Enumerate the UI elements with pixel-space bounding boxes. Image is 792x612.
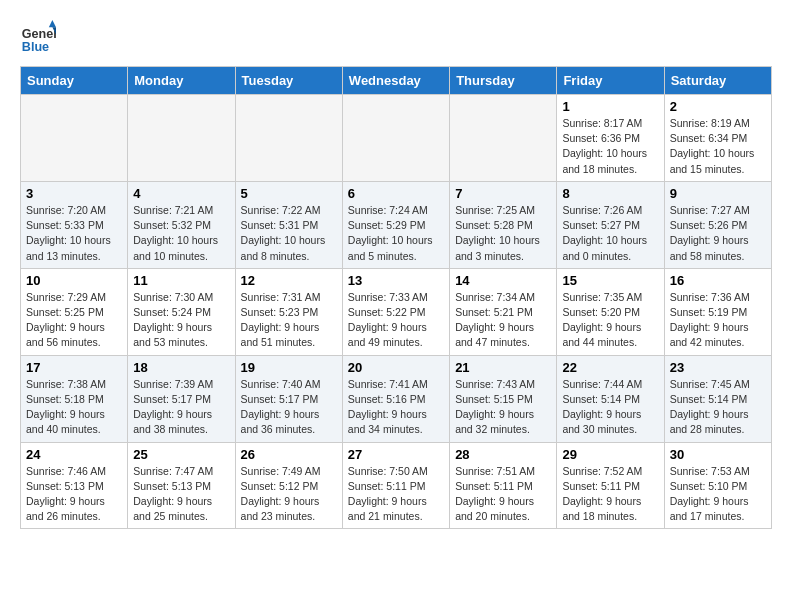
calendar-cell: 15Sunrise: 7:35 AM Sunset: 5:20 PM Dayli… [557,268,664,355]
day-info: Sunrise: 7:49 AM Sunset: 5:12 PM Dayligh… [241,464,337,525]
header-thursday: Thursday [450,67,557,95]
day-number: 12 [241,273,337,288]
calendar-cell: 16Sunrise: 7:36 AM Sunset: 5:19 PM Dayli… [664,268,771,355]
day-number: 9 [670,186,766,201]
calendar-cell: 11Sunrise: 7:30 AM Sunset: 5:24 PM Dayli… [128,268,235,355]
day-info: Sunrise: 7:29 AM Sunset: 5:25 PM Dayligh… [26,290,122,351]
day-number: 6 [348,186,444,201]
day-info: Sunrise: 7:53 AM Sunset: 5:10 PM Dayligh… [670,464,766,525]
day-number: 10 [26,273,122,288]
day-info: Sunrise: 7:22 AM Sunset: 5:31 PM Dayligh… [241,203,337,264]
calendar-cell: 26Sunrise: 7:49 AM Sunset: 5:12 PM Dayli… [235,442,342,529]
calendar-cell: 8Sunrise: 7:26 AM Sunset: 5:27 PM Daylig… [557,181,664,268]
header-monday: Monday [128,67,235,95]
logo-icon: General Blue [20,20,56,56]
day-number: 1 [562,99,658,114]
day-number: 3 [26,186,122,201]
calendar-cell: 3Sunrise: 7:20 AM Sunset: 5:33 PM Daylig… [21,181,128,268]
calendar-header-row: SundayMondayTuesdayWednesdayThursdayFrid… [21,67,772,95]
week-row-2: 3Sunrise: 7:20 AM Sunset: 5:33 PM Daylig… [21,181,772,268]
day-number: 30 [670,447,766,462]
calendar-cell [128,95,235,182]
day-number: 17 [26,360,122,375]
calendar-cell: 4Sunrise: 7:21 AM Sunset: 5:32 PM Daylig… [128,181,235,268]
calendar-cell [342,95,449,182]
day-info: Sunrise: 8:17 AM Sunset: 6:36 PM Dayligh… [562,116,658,177]
day-info: Sunrise: 7:34 AM Sunset: 5:21 PM Dayligh… [455,290,551,351]
day-info: Sunrise: 7:38 AM Sunset: 5:18 PM Dayligh… [26,377,122,438]
calendar-cell: 28Sunrise: 7:51 AM Sunset: 5:11 PM Dayli… [450,442,557,529]
day-info: Sunrise: 7:44 AM Sunset: 5:14 PM Dayligh… [562,377,658,438]
calendar-cell: 6Sunrise: 7:24 AM Sunset: 5:29 PM Daylig… [342,181,449,268]
day-number: 14 [455,273,551,288]
header: General Blue [20,20,772,56]
day-number: 15 [562,273,658,288]
day-number: 24 [26,447,122,462]
day-number: 2 [670,99,766,114]
day-info: Sunrise: 7:25 AM Sunset: 5:28 PM Dayligh… [455,203,551,264]
day-number: 13 [348,273,444,288]
week-row-4: 17Sunrise: 7:38 AM Sunset: 5:18 PM Dayli… [21,355,772,442]
day-number: 16 [670,273,766,288]
day-info: Sunrise: 7:26 AM Sunset: 5:27 PM Dayligh… [562,203,658,264]
calendar-body: 1Sunrise: 8:17 AM Sunset: 6:36 PM Daylig… [21,95,772,529]
header-sunday: Sunday [21,67,128,95]
day-info: Sunrise: 7:43 AM Sunset: 5:15 PM Dayligh… [455,377,551,438]
day-info: Sunrise: 8:19 AM Sunset: 6:34 PM Dayligh… [670,116,766,177]
day-info: Sunrise: 7:52 AM Sunset: 5:11 PM Dayligh… [562,464,658,525]
day-number: 5 [241,186,337,201]
day-number: 23 [670,360,766,375]
day-number: 8 [562,186,658,201]
day-info: Sunrise: 7:45 AM Sunset: 5:14 PM Dayligh… [670,377,766,438]
calendar-cell: 13Sunrise: 7:33 AM Sunset: 5:22 PM Dayli… [342,268,449,355]
day-info: Sunrise: 7:41 AM Sunset: 5:16 PM Dayligh… [348,377,444,438]
calendar-cell: 20Sunrise: 7:41 AM Sunset: 5:16 PM Dayli… [342,355,449,442]
calendar-cell: 18Sunrise: 7:39 AM Sunset: 5:17 PM Dayli… [128,355,235,442]
calendar-cell: 10Sunrise: 7:29 AM Sunset: 5:25 PM Dayli… [21,268,128,355]
day-info: Sunrise: 7:33 AM Sunset: 5:22 PM Dayligh… [348,290,444,351]
week-row-1: 1Sunrise: 8:17 AM Sunset: 6:36 PM Daylig… [21,95,772,182]
day-info: Sunrise: 7:39 AM Sunset: 5:17 PM Dayligh… [133,377,229,438]
day-info: Sunrise: 7:40 AM Sunset: 5:17 PM Dayligh… [241,377,337,438]
calendar-cell: 24Sunrise: 7:46 AM Sunset: 5:13 PM Dayli… [21,442,128,529]
day-info: Sunrise: 7:31 AM Sunset: 5:23 PM Dayligh… [241,290,337,351]
calendar-cell: 21Sunrise: 7:43 AM Sunset: 5:15 PM Dayli… [450,355,557,442]
calendar-cell: 2Sunrise: 8:19 AM Sunset: 6:34 PM Daylig… [664,95,771,182]
day-number: 27 [348,447,444,462]
day-number: 25 [133,447,229,462]
day-number: 4 [133,186,229,201]
week-row-3: 10Sunrise: 7:29 AM Sunset: 5:25 PM Dayli… [21,268,772,355]
calendar-cell: 14Sunrise: 7:34 AM Sunset: 5:21 PM Dayli… [450,268,557,355]
calendar-cell: 29Sunrise: 7:52 AM Sunset: 5:11 PM Dayli… [557,442,664,529]
calendar-cell: 19Sunrise: 7:40 AM Sunset: 5:17 PM Dayli… [235,355,342,442]
header-wednesday: Wednesday [342,67,449,95]
day-number: 22 [562,360,658,375]
calendar-cell: 17Sunrise: 7:38 AM Sunset: 5:18 PM Dayli… [21,355,128,442]
day-number: 21 [455,360,551,375]
day-info: Sunrise: 7:24 AM Sunset: 5:29 PM Dayligh… [348,203,444,264]
header-friday: Friday [557,67,664,95]
day-info: Sunrise: 7:30 AM Sunset: 5:24 PM Dayligh… [133,290,229,351]
header-tuesday: Tuesday [235,67,342,95]
day-number: 19 [241,360,337,375]
day-info: Sunrise: 7:50 AM Sunset: 5:11 PM Dayligh… [348,464,444,525]
calendar-table: SundayMondayTuesdayWednesdayThursdayFrid… [20,66,772,529]
day-number: 20 [348,360,444,375]
calendar-cell: 9Sunrise: 7:27 AM Sunset: 5:26 PM Daylig… [664,181,771,268]
day-info: Sunrise: 7:21 AM Sunset: 5:32 PM Dayligh… [133,203,229,264]
day-number: 29 [562,447,658,462]
day-info: Sunrise: 7:35 AM Sunset: 5:20 PM Dayligh… [562,290,658,351]
calendar-cell: 1Sunrise: 8:17 AM Sunset: 6:36 PM Daylig… [557,95,664,182]
day-number: 26 [241,447,337,462]
day-info: Sunrise: 7:47 AM Sunset: 5:13 PM Dayligh… [133,464,229,525]
day-number: 28 [455,447,551,462]
calendar-cell: 12Sunrise: 7:31 AM Sunset: 5:23 PM Dayli… [235,268,342,355]
calendar-cell [21,95,128,182]
calendar-cell: 7Sunrise: 7:25 AM Sunset: 5:28 PM Daylig… [450,181,557,268]
calendar-cell [450,95,557,182]
day-info: Sunrise: 7:51 AM Sunset: 5:11 PM Dayligh… [455,464,551,525]
calendar-cell: 30Sunrise: 7:53 AM Sunset: 5:10 PM Dayli… [664,442,771,529]
day-info: Sunrise: 7:27 AM Sunset: 5:26 PM Dayligh… [670,203,766,264]
calendar-cell [235,95,342,182]
day-info: Sunrise: 7:46 AM Sunset: 5:13 PM Dayligh… [26,464,122,525]
